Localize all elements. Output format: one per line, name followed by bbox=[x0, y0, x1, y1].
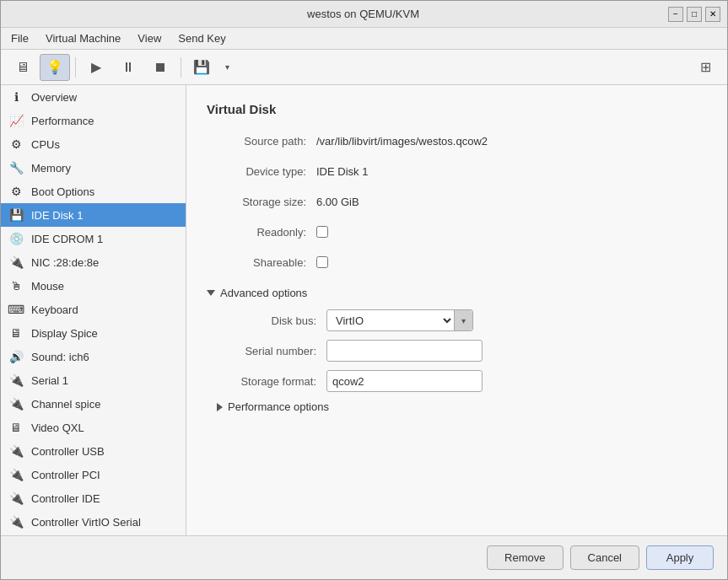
sidebar-item-nic[interactable]: 🔌 NIC :28:de:8e bbox=[1, 250, 186, 274]
advanced-options-toggle[interactable]: Advanced options bbox=[207, 287, 707, 299]
window-title: westos on QEMU/KVM bbox=[58, 8, 668, 20]
source-path-value: /var/lib/libvirt/images/westos.qcow2 bbox=[316, 135, 488, 148]
menu-file[interactable]: File bbox=[4, 30, 35, 46]
shareable-checkbox[interactable] bbox=[316, 256, 328, 268]
maximize-button[interactable]: □ bbox=[687, 7, 702, 22]
menu-virtual-machine[interactable]: Virtual Machine bbox=[39, 30, 127, 46]
sidebar-item-keyboard[interactable]: ⌨ Keyboard bbox=[1, 298, 186, 321]
close-button[interactable]: ✕ bbox=[705, 7, 720, 22]
play-button[interactable]: ▶ bbox=[81, 54, 111, 81]
sidebar-label-controller-ide: Controller IDE bbox=[31, 492, 100, 505]
content-area: Virtual Disk Source path: /var/lib/libvi… bbox=[186, 85, 727, 535]
sidebar-label-cpus: CPUs bbox=[31, 138, 60, 151]
serial-number-row: Serial number: bbox=[217, 340, 707, 362]
performance-icon: 📈 bbox=[8, 112, 24, 129]
serial-icon: 🔌 bbox=[8, 372, 24, 389]
channel-spice-icon: 🔌 bbox=[8, 395, 24, 412]
storage-format-input[interactable] bbox=[326, 370, 483, 392]
nic-icon: 🔌 bbox=[8, 254, 24, 271]
sidebar-item-video-qxl[interactable]: 🖥 Video QXL bbox=[1, 416, 186, 439]
storage-format-label: Storage format: bbox=[217, 375, 326, 388]
menu-send-key[interactable]: Send Key bbox=[171, 30, 232, 46]
source-path-label: Source path: bbox=[207, 135, 316, 148]
overview-icon: ℹ bbox=[8, 89, 24, 105]
minimize-button[interactable]: − bbox=[668, 7, 683, 22]
readonly-checkbox[interactable] bbox=[316, 226, 328, 238]
sidebar-item-overview[interactable]: ℹ Overview bbox=[1, 85, 186, 109]
sidebar-item-channel-spice[interactable]: 🔌 Channel spice bbox=[1, 392, 186, 416]
sidebar-item-controller-ide[interactable]: 🔌 Controller IDE bbox=[1, 486, 186, 510]
sidebar-item-cpus[interactable]: ⚙ CPUs bbox=[1, 132, 186, 156]
fullscreen-button[interactable]: ⊞ bbox=[690, 54, 720, 81]
performance-options-label: Performance options bbox=[228, 400, 329, 413]
disk-bus-select[interactable]: VirtIO IDE SCSI USB SD bbox=[327, 312, 454, 330]
sidebar-label-ide-cdrom-1: IDE CDROM 1 bbox=[31, 233, 103, 245]
readonly-checkbox-wrapper bbox=[316, 226, 328, 238]
cpus-icon: ⚙ bbox=[8, 136, 24, 153]
sidebar: ℹ Overview 📈 Performance ⚙ CPUs 🔧 Memory… bbox=[1, 85, 186, 535]
device-type-value: IDE Disk 1 bbox=[316, 165, 368, 178]
shareable-label: Shareable: bbox=[207, 256, 316, 269]
sidebar-item-performance[interactable]: 📈 Performance bbox=[1, 109, 186, 132]
sidebar-item-mouse[interactable]: 🖱 Mouse bbox=[1, 274, 186, 298]
sidebar-label-performance: Performance bbox=[31, 115, 94, 127]
remove-button[interactable]: Remove bbox=[487, 545, 563, 570]
main-window: westos on QEMU/KVM − □ ✕ File Virtual Ma… bbox=[0, 0, 728, 580]
sidebar-label-video-qxl: Video QXL bbox=[31, 422, 84, 434]
apply-button[interactable]: Apply bbox=[646, 545, 714, 570]
serial-number-label: Serial number: bbox=[217, 345, 326, 357]
controller-pci-icon: 🔌 bbox=[8, 466, 24, 483]
section-title: Virtual Disk bbox=[207, 102, 707, 116]
sidebar-item-sound[interactable]: 🔊 Sound: ich6 bbox=[1, 345, 186, 368]
storage-format-row: Storage format: bbox=[217, 370, 707, 392]
disk-bus-row: Disk bus: VirtIO IDE SCSI USB SD ▾ bbox=[217, 309, 707, 331]
shareable-row: Shareable: bbox=[207, 251, 707, 273]
sidebar-label-sound: Sound: ich6 bbox=[31, 351, 89, 363]
cancel-button[interactable]: Cancel bbox=[570, 545, 639, 570]
shareable-checkbox-wrapper bbox=[316, 256, 328, 268]
performance-options-toggle[interactable]: Performance options bbox=[217, 400, 707, 413]
sidebar-item-boot-options[interactable]: ⚙ Boot Options bbox=[1, 180, 186, 203]
sidebar-label-controller-usb: Controller USB bbox=[31, 445, 105, 458]
sound-icon: 🔊 bbox=[8, 348, 24, 365]
sidebar-item-controller-pci[interactable]: 🔌 Controller PCI bbox=[1, 463, 186, 486]
controller-virtio-icon: 🔌 bbox=[8, 513, 24, 530]
disk-bus-label: Disk bus: bbox=[217, 314, 326, 327]
performance-options-arrow bbox=[217, 403, 223, 411]
sidebar-label-nic: NIC :28:de:8e bbox=[31, 256, 99, 269]
disk-bus-dropdown-arrow[interactable]: ▾ bbox=[454, 309, 472, 331]
stop-button[interactable]: ⏹ bbox=[145, 54, 175, 81]
menu-bar: File Virtual Machine View Send Key bbox=[1, 28, 727, 50]
readonly-row: Readonly: bbox=[207, 221, 707, 243]
sidebar-label-controller-virtio: Controller VirtIO Serial bbox=[31, 516, 141, 529]
disk-dropdown-button[interactable]: ▾ bbox=[218, 54, 235, 81]
screen-button[interactable]: 🖥 bbox=[8, 54, 38, 81]
controller-usb-icon: 🔌 bbox=[8, 443, 24, 459]
sidebar-item-controller-usb[interactable]: 🔌 Controller USB bbox=[1, 439, 186, 463]
toolbar-separator-1 bbox=[75, 57, 76, 78]
sidebar-item-ide-disk-1[interactable]: 💾 IDE Disk 1 bbox=[1, 203, 186, 227]
device-type-label: Device type: bbox=[207, 165, 316, 178]
sidebar-item-memory[interactable]: 🔧 Memory bbox=[1, 156, 186, 180]
lightbulb-button[interactable]: 💡 bbox=[40, 54, 70, 81]
storage-size-row: Storage size: 6.00 GiB bbox=[207, 191, 707, 212]
sidebar-item-controller-virtio[interactable]: 🔌 Controller VirtIO Serial bbox=[1, 510, 186, 534]
storage-size-value: 6.00 GiB bbox=[316, 196, 359, 208]
sidebar-label-ide-disk-1: IDE Disk 1 bbox=[31, 209, 83, 222]
sidebar-item-ide-cdrom-1[interactable]: 💿 IDE CDROM 1 bbox=[1, 227, 186, 250]
disk-button[interactable]: 💾 bbox=[186, 54, 217, 81]
sidebar-label-boot-options: Boot Options bbox=[31, 185, 94, 198]
sidebar-label-mouse: Mouse bbox=[31, 280, 64, 293]
keyboard-icon: ⌨ bbox=[8, 301, 24, 318]
menu-view[interactable]: View bbox=[131, 30, 168, 46]
sidebar-label-memory: Memory bbox=[31, 162, 71, 175]
disk-bus-select-wrapper: VirtIO IDE SCSI USB SD ▾ bbox=[326, 309, 473, 331]
video-qxl-icon: 🖥 bbox=[8, 419, 24, 436]
serial-number-input[interactable] bbox=[326, 340, 483, 362]
sidebar-item-display-spice[interactable]: 🖥 Display Spice bbox=[1, 321, 186, 345]
sidebar-label-controller-pci: Controller PCI bbox=[31, 469, 100, 481]
sidebar-item-serial-1[interactable]: 🔌 Serial 1 bbox=[1, 368, 186, 392]
pause-button[interactable]: ⏸ bbox=[113, 54, 143, 81]
device-type-row: Device type: IDE Disk 1 bbox=[207, 160, 707, 182]
readonly-label: Readonly: bbox=[207, 226, 316, 239]
